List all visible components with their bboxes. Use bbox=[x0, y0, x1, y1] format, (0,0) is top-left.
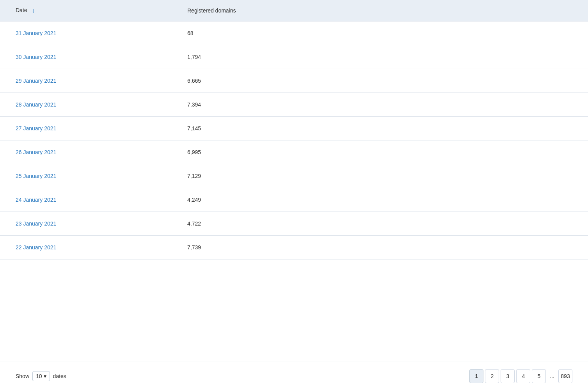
date-link[interactable]: 24 January 2021 bbox=[16, 197, 56, 203]
domains-column-label: Registered domains bbox=[187, 7, 236, 14]
date-cell: 24 January 2021 bbox=[0, 188, 172, 212]
domains-cell: 7,129 bbox=[172, 164, 588, 188]
show-control: Show 10 ▾ dates bbox=[16, 371, 66, 381]
data-table: Date ↓ Registered domains 31 January 202… bbox=[0, 0, 588, 259]
table-container: Date ↓ Registered domains 31 January 202… bbox=[0, 0, 588, 361]
page-btn-1[interactable]: 1 bbox=[469, 369, 483, 383]
date-link[interactable]: 26 January 2021 bbox=[16, 149, 56, 155]
table-body: 31 January 20216830 January 20211,79429 … bbox=[0, 21, 588, 259]
domains-column-header: Registered domains bbox=[172, 0, 588, 21]
date-link[interactable]: 28 January 2021 bbox=[16, 101, 56, 108]
date-link[interactable]: 22 January 2021 bbox=[16, 244, 56, 251]
sort-down-icon: ↓ bbox=[32, 7, 35, 14]
date-link[interactable]: 23 January 2021 bbox=[16, 220, 56, 227]
page-btn-5[interactable]: 5 bbox=[532, 369, 546, 383]
domains-cell: 4,722 bbox=[172, 212, 588, 236]
show-select[interactable]: 10 ▾ bbox=[32, 371, 50, 381]
page-btn-2[interactable]: 2 bbox=[485, 369, 499, 383]
table-row: 26 January 20216,995 bbox=[0, 140, 588, 164]
date-cell: 27 January 2021 bbox=[0, 117, 172, 140]
date-cell: 23 January 2021 bbox=[0, 212, 172, 236]
table-row: 22 January 20217,739 bbox=[0, 236, 588, 259]
domains-cell: 6,665 bbox=[172, 69, 588, 93]
table-row: 24 January 20214,249 bbox=[0, 188, 588, 212]
date-cell: 22 January 2021 bbox=[0, 236, 172, 259]
date-link[interactable]: 30 January 2021 bbox=[16, 54, 56, 60]
date-column-label: Date bbox=[16, 7, 27, 13]
date-link[interactable]: 27 January 2021 bbox=[16, 125, 56, 132]
table-row: 29 January 20216,665 bbox=[0, 69, 588, 93]
show-value: 10 bbox=[36, 373, 42, 379]
table-row: 31 January 202168 bbox=[0, 21, 588, 45]
table-row: 27 January 20217,145 bbox=[0, 117, 588, 140]
table-row: 23 January 20214,722 bbox=[0, 212, 588, 236]
pagination: 1 2 3 4 5 ... 893 bbox=[469, 369, 572, 383]
domains-cell: 7,145 bbox=[172, 117, 588, 140]
domains-cell: 7,394 bbox=[172, 93, 588, 117]
table-row: 25 January 20217,129 bbox=[0, 164, 588, 188]
date-link[interactable]: 29 January 2021 bbox=[16, 78, 56, 84]
page-btn-3[interactable]: 3 bbox=[501, 369, 515, 383]
pagination-dots: ... bbox=[547, 373, 557, 379]
table-row: 30 January 20211,794 bbox=[0, 45, 588, 69]
domains-cell: 68 bbox=[172, 21, 588, 45]
table-footer: Show 10 ▾ dates 1 2 3 4 5 ... 893 bbox=[0, 361, 588, 391]
date-column-header[interactable]: Date ↓ bbox=[0, 0, 172, 21]
date-link[interactable]: 25 January 2021 bbox=[16, 173, 56, 179]
page-btn-4[interactable]: 4 bbox=[516, 369, 530, 383]
domains-cell: 1,794 bbox=[172, 45, 588, 69]
domains-cell: 6,995 bbox=[172, 140, 588, 164]
page-btn-last[interactable]: 893 bbox=[558, 369, 572, 383]
table-row: 28 January 20217,394 bbox=[0, 93, 588, 117]
date-cell: 26 January 2021 bbox=[0, 140, 172, 164]
domains-cell: 4,249 bbox=[172, 188, 588, 212]
date-cell: 28 January 2021 bbox=[0, 93, 172, 117]
date-cell: 25 January 2021 bbox=[0, 164, 172, 188]
domains-cell: 7,739 bbox=[172, 236, 588, 259]
date-cell: 29 January 2021 bbox=[0, 69, 172, 93]
table-header-row: Date ↓ Registered domains bbox=[0, 0, 588, 21]
date-cell: 31 January 2021 bbox=[0, 21, 172, 45]
date-cell: 30 January 2021 bbox=[0, 45, 172, 69]
date-link[interactable]: 31 January 2021 bbox=[16, 30, 56, 36]
chevron-down-icon: ▾ bbox=[44, 373, 46, 379]
dates-label: dates bbox=[53, 373, 66, 379]
show-label: Show bbox=[16, 373, 29, 379]
page-wrapper: Date ↓ Registered domains 31 January 202… bbox=[0, 0, 588, 391]
